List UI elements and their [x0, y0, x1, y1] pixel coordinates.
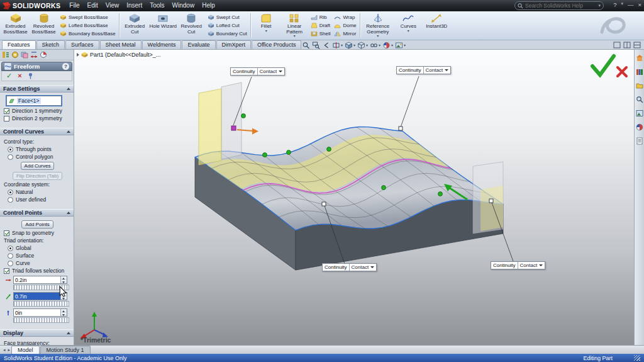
- section-control-curves[interactable]: Control Curves: [0, 128, 74, 135]
- extruded-cut-button[interactable]: Extruded Cut: [121, 12, 149, 39]
- tab-sketch[interactable]: Sketch: [36, 40, 65, 49]
- collapse-chevron-icon[interactable]: [67, 332, 70, 334]
- radio-icon[interactable]: [8, 261, 13, 266]
- offset-z-slider[interactable]: [13, 317, 69, 323]
- pm-pin-icon[interactable]: [28, 72, 33, 79]
- continuity-callout-1[interactable]: Continuity Contact: [230, 67, 285, 76]
- menu-file[interactable]: File: [65, 0, 83, 11]
- triad-surface-radio[interactable]: Surface: [8, 252, 71, 259]
- tab-features[interactable]: Features: [2, 40, 36, 49]
- swept-boss-button[interactable]: Swept Boss/Base: [60, 14, 116, 20]
- continuity-dropdown[interactable]: Contact: [518, 262, 545, 269]
- continuity-callout-3[interactable]: Continuity Contact: [322, 263, 377, 271]
- boundary-boss-button[interactable]: Boundary Boss/Base: [60, 31, 116, 37]
- checkbox-icon[interactable]: [4, 108, 9, 114]
- pm-help-icon[interactable]: ?: [62, 63, 69, 70]
- menu-view[interactable]: View: [102, 0, 123, 11]
- help-button[interactable]: ?: [613, 1, 616, 8]
- tab-evaluate[interactable]: Evaluate: [182, 40, 215, 49]
- reference-geometry-button[interactable]: Reference Geometry▾: [362, 12, 394, 39]
- graphics-area[interactable]: Part1 (Default<<Default>_... Continuity …: [74, 50, 634, 345]
- add-curves-button[interactable]: Add Curves: [21, 162, 55, 170]
- section-control-points[interactable]: Control Points: [0, 209, 74, 217]
- fullscreen-icon[interactable]: [613, 42, 621, 48]
- file-explorer-icon[interactable]: [636, 82, 643, 89]
- dome-button[interactable]: Dome: [334, 23, 356, 28]
- configurationmanager-icon[interactable]: [21, 51, 28, 59]
- collapse-chevron-icon[interactable]: [67, 212, 70, 214]
- instant3d-button[interactable]: Instant3D: [423, 12, 451, 39]
- checkbox-icon[interactable]: [4, 230, 9, 236]
- split-pane-icon[interactable]: [623, 42, 631, 48]
- expand-arrow-icon[interactable]: [77, 53, 79, 57]
- checkbox-icon[interactable]: [4, 116, 9, 122]
- section-face-settings[interactable]: Face Settings: [0, 85, 74, 93]
- collapse-chevron-icon[interactable]: [67, 88, 70, 90]
- feature-tree-flyout[interactable]: Part1 (Default<<Default>_...: [77, 52, 160, 58]
- selected-control-point[interactable]: [231, 126, 236, 130]
- tab-dimxpert[interactable]: DimXpert: [216, 40, 252, 49]
- propertymanager-icon[interactable]: [11, 51, 19, 59]
- menu-edit[interactable]: Edit: [83, 0, 101, 11]
- display-style-button[interactable]: ▾: [357, 42, 368, 49]
- control-polygon-radio[interactable]: Control polygon: [8, 154, 71, 160]
- radio-icon[interactable]: [8, 246, 13, 251]
- direction2-symmetry-checkbox[interactable]: Direction 2 symmetry: [4, 115, 71, 122]
- hide-show-items-button[interactable]: ▾: [370, 42, 380, 49]
- draft-button[interactable]: Draft: [311, 23, 331, 28]
- mirror-button[interactable]: Mirror: [334, 31, 356, 37]
- selected-face[interactable]: Face<1>: [17, 98, 41, 104]
- extruded-boss-button[interactable]: Extruded Boss/Base: [1, 12, 30, 39]
- snap-to-geometry-checkbox[interactable]: Snap to geometry: [4, 230, 71, 236]
- offset-z-input[interactable]: [14, 309, 60, 316]
- custom-properties-icon[interactable]: [636, 137, 643, 145]
- minimize-button[interactable]: —: [628, 1, 634, 8]
- through-points-radio[interactable]: Through points: [8, 146, 71, 152]
- spin-down-icon[interactable]: [61, 313, 67, 317]
- menu-help[interactable]: Help: [198, 0, 219, 11]
- tab-scroll-left-icon[interactable]: ◂: [2, 346, 7, 354]
- radio-icon[interactable]: [8, 147, 13, 152]
- offset-z-field[interactable]: [13, 308, 67, 317]
- user-defined-radio[interactable]: User defined: [8, 196, 71, 203]
- previous-view-button[interactable]: [322, 42, 330, 49]
- boundary-cut-button[interactable]: Boundary Cut: [208, 31, 247, 37]
- tab-office-products[interactable]: Office Products: [252, 40, 301, 49]
- offset-y-slider[interactable]: [13, 301, 69, 307]
- confirm-ok-button[interactable]: [592, 56, 614, 75]
- help-dropdown-icon[interactable]: ▾: [621, 1, 623, 8]
- tab-scroll-right-icon[interactable]: ▸: [7, 346, 12, 354]
- tab-sheet-metal[interactable]: Sheet Metal: [100, 40, 142, 49]
- featuremanager-tree-icon[interactable]: [2, 51, 9, 59]
- search-icon[interactable]: [636, 96, 643, 103]
- linear-pattern-button[interactable]: Linear Pattern▾: [280, 12, 309, 39]
- tab-weldments[interactable]: Weldments: [142, 40, 182, 49]
- triad-curve-radio[interactable]: Curve: [8, 260, 71, 266]
- section-display[interactable]: Display: [0, 329, 74, 337]
- face-selection-list[interactable]: Face<1>: [6, 96, 62, 106]
- tree-root-label[interactable]: Part1 (Default<<Default>_...: [90, 52, 160, 58]
- curves-button[interactable]: Curves▾: [394, 12, 423, 39]
- hole-wizard-button[interactable]: Hole Wizard: [149, 12, 177, 39]
- revolved-boss-button[interactable]: Revolved Boss/Base: [30, 12, 58, 39]
- spin-down-icon[interactable]: [61, 280, 67, 284]
- radio-icon[interactable]: [8, 154, 13, 160]
- model-scene[interactable]: [74, 50, 634, 345]
- radio-icon[interactable]: [8, 197, 13, 203]
- fillet-button[interactable]: Fillet▾: [252, 12, 280, 39]
- close-pane-icon[interactable]: [633, 42, 641, 48]
- tab-surfaces[interactable]: Surfaces: [65, 40, 99, 49]
- lofted-boss-button[interactable]: Lofted Boss/Base: [60, 23, 116, 28]
- revolved-cut-button[interactable]: Revolved Cut: [177, 12, 206, 39]
- pm-cancel-button[interactable]: ×: [18, 72, 21, 79]
- view-orientation-button[interactable]: ▾: [345, 42, 355, 49]
- radio-icon[interactable]: [8, 253, 13, 259]
- offset-x-input[interactable]: [14, 276, 60, 283]
- dimxpertmanager-icon[interactable]: [30, 51, 38, 59]
- shell-button[interactable]: Shell: [311, 31, 331, 37]
- tab-model[interactable]: Model: [11, 346, 40, 354]
- continuity-callout-2[interactable]: Continuity Contact: [396, 66, 451, 74]
- displaymanager-icon[interactable]: [40, 51, 47, 59]
- edit-appearance-button[interactable]: ▾: [382, 42, 393, 49]
- continuity-dropdown[interactable]: Contact: [423, 67, 451, 74]
